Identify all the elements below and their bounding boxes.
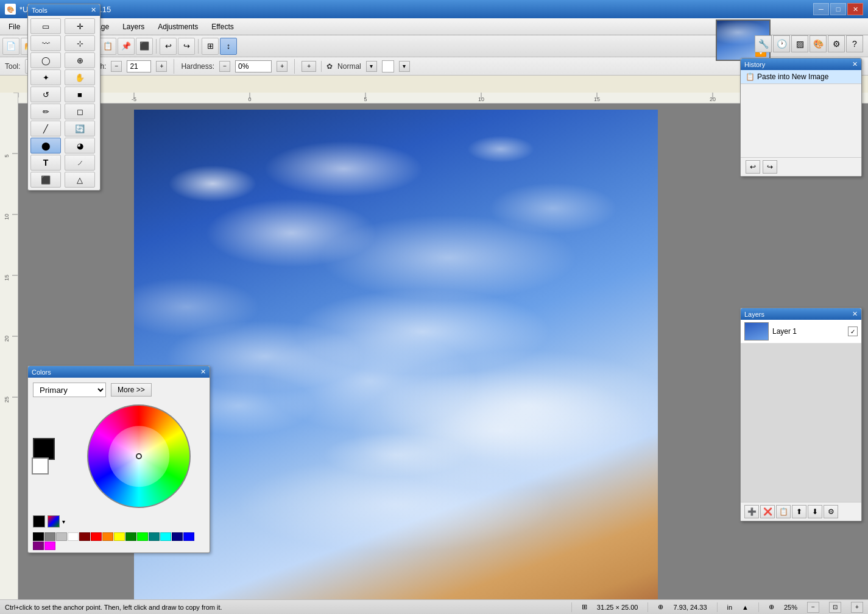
undo-button[interactable]: ↩ [160,38,177,55]
fg-color-btn[interactable] [33,515,45,528]
tool-move[interactable]: ✛ [65,18,95,34]
tool-path[interactable]: ⟋ [65,155,95,171]
swatch-0[interactable] [33,532,44,541]
tool-recolor[interactable]: 🔄 [65,121,95,136]
tool-blur[interactable]: ◕ [65,138,95,154]
paste-button[interactable]: 📌 [118,38,135,55]
fit-canvas-btn[interactable]: ⊡ [829,602,841,613]
zoom-in-btn[interactable]: + [851,602,863,613]
tool-shapes[interactable]: △ [65,172,95,188]
tools-icon[interactable]: 🔧 [755,35,772,52]
swatch-12[interactable] [172,532,183,541]
swatch-3[interactable] [68,532,79,541]
ruler-button[interactable]: ↕ [220,38,237,55]
tool-pencil[interactable]: ✏ [30,104,61,119]
titlebar: 🎨 *Untitled - paint.net 4.2.15 ─ □ ✕ [0,0,868,18]
color-dropdown[interactable]: ▾ [399,61,410,72]
zoom-out-btn[interactable]: − [807,602,819,613]
layer-delete-btn[interactable]: ❌ [760,505,775,518]
secondary-color-swatch[interactable] [32,457,49,475]
tool-bucket[interactable]: ⬛ [30,172,61,188]
tool-ellipse[interactable]: ◯ [30,52,61,68]
swatch-2[interactable] [56,532,67,541]
history-undo-btn[interactable]: ↩ [746,160,760,174]
menu-effects[interactable]: Effects [205,20,239,34]
tool-paintbrush[interactable]: ↺ [30,86,61,102]
layer-duplicate-btn[interactable]: 📋 [776,505,791,518]
layers-panel-close[interactable]: ✕ [852,310,858,318]
copy-button[interactable]: 📋 [99,38,116,55]
tool-text[interactable]: T [30,155,61,171]
tool-clone[interactable]: ⬤ [30,138,61,154]
close-button[interactable]: ✕ [847,3,863,15]
tool-line[interactable]: ╱ [30,121,61,136]
layer-item-0[interactable]: Layer 1 ✓ [741,320,861,344]
menu-layers[interactable]: Layers [116,20,150,34]
tool-zoom[interactable]: ⊕ [65,52,95,68]
history-panel-close[interactable]: ✕ [852,60,858,68]
layer-down-btn[interactable]: ⬇ [808,505,822,518]
colors-panel-close[interactable]: ✕ [200,368,206,376]
svg-text:5: 5 [4,154,10,157]
swatch-14[interactable] [33,542,44,550]
swatch-4[interactable] [79,532,90,541]
swatch-9[interactable] [137,532,148,541]
swatch-1[interactable] [44,532,55,541]
help-icon[interactable]: ? [846,35,863,52]
layer-up-btn[interactable]: ⬆ [792,505,806,518]
swatch-13[interactable] [183,532,194,541]
hardness-slider-btn[interactable]: + [277,61,288,72]
colors-icon[interactable]: 🎨 [810,35,827,52]
tool-lasso[interactable]: 〰 [30,35,61,51]
swatch-5[interactable] [91,532,102,541]
layer-name-0: Layer 1 [772,327,844,336]
layer-properties-btn[interactable]: ⚙ [824,505,838,518]
brush-width-minus[interactable]: − [111,61,122,72]
swatch-11[interactable] [160,532,171,541]
swatch-6[interactable] [102,532,113,541]
color-mode-select[interactable]: Primary Secondary [33,383,106,397]
brush-width-plus[interactable]: + [156,61,167,72]
brush-width-input[interactable] [127,60,151,72]
tools-panel-close[interactable]: ✕ [91,6,96,14]
canvas-image[interactable] [134,110,658,599]
tool-magic-wand[interactable]: ✦ [30,69,61,85]
blend-mode-dropdown[interactable]: ▾ [366,61,377,72]
tool-rect-select[interactable]: ▭ [30,18,61,34]
color-preview[interactable] [382,60,394,72]
hardness-input[interactable] [235,60,272,72]
deselect-button[interactable]: ⬛ [136,38,153,55]
swatch-8[interactable] [125,532,136,541]
layer-add-btn[interactable]: ➕ [744,505,759,518]
new-button[interactable]: 📄 [2,38,19,55]
maximize-button[interactable]: □ [830,3,846,15]
menu-file[interactable]: File [2,20,26,34]
menu-adjustments[interactable]: Adjustments [152,20,204,34]
color-options-btn[interactable] [48,515,60,528]
tool-fill[interactable]: ■ [65,86,95,102]
tool-pan[interactable]: ✋ [65,69,95,85]
redo-button[interactable]: ↪ [178,38,195,55]
color-wheel-dot [136,453,142,459]
grid-button[interactable]: ⊞ [202,38,219,55]
colors-more-button[interactable]: More >> [111,383,152,397]
swatch-10[interactable] [149,532,160,541]
swatch-7[interactable] [114,532,125,541]
hardness-minus[interactable]: − [219,61,230,72]
swatch-15[interactable] [44,542,55,550]
layer-visibility-0[interactable]: ✓ [848,326,858,336]
primary-color-swatch[interactable] [33,438,55,460]
minimize-button[interactable]: ─ [813,3,829,15]
history-item-0[interactable]: 📋 Paste into New Image [741,70,861,84]
tool-eraser[interactable]: ◻ [65,104,95,119]
history-icon[interactable]: 🕐 [773,35,790,52]
colors-panel-title: Colors [32,369,51,376]
history-panel-title: History [744,61,765,68]
history-redo-btn[interactable]: ↪ [763,160,777,174]
tool-move-selection[interactable]: ⊹ [65,35,95,51]
color-options-dropdown[interactable]: ▾ [62,518,65,525]
blend-mode-btn[interactable]: + [302,61,316,72]
color-wheel[interactable] [87,404,191,508]
settings-icon[interactable]: ⚙ [828,35,845,52]
layers-icon[interactable]: ▨ [791,35,808,52]
